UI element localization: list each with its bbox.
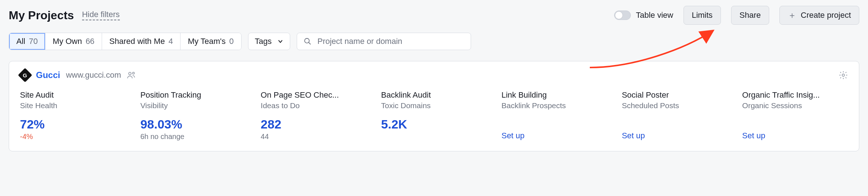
svg-point-3 bbox=[133, 72, 134, 74]
table-view-toggle[interactable] bbox=[614, 11, 631, 20]
tab-label: My Team's bbox=[188, 37, 226, 46]
metric-title: Organic Traffic Insig... bbox=[742, 90, 848, 100]
project-favicon: G bbox=[18, 68, 32, 82]
metric-backlink-audit[interactable]: Backlink Audit Toxic Domains 5.2K bbox=[381, 90, 487, 141]
setup-link[interactable]: Set up bbox=[622, 131, 727, 140]
create-project-label: Create project bbox=[801, 11, 851, 20]
search-icon bbox=[304, 37, 312, 45]
metric-social-poster[interactable]: Social Poster Scheduled Posts Set up bbox=[622, 90, 727, 141]
tab-count: 66 bbox=[86, 37, 94, 46]
metric-delta: 44 bbox=[261, 132, 366, 141]
limits-label: Limits bbox=[692, 11, 713, 20]
metric-organic-traffic[interactable]: Organic Traffic Insig... Organic Session… bbox=[742, 90, 848, 141]
tab-shared-with-me[interactable]: Shared with Me 4 bbox=[102, 33, 181, 50]
tab-label: All bbox=[16, 37, 25, 46]
metric-title: Site Audit bbox=[20, 90, 126, 100]
metric-title: Link Building bbox=[502, 90, 607, 100]
page-title: My Projects bbox=[9, 9, 74, 22]
metric-site-audit[interactable]: Site Audit Site Health 72% -4% bbox=[20, 90, 126, 141]
chevron-down-icon bbox=[277, 38, 283, 44]
search-box[interactable] bbox=[297, 33, 471, 50]
tab-label: Shared with Me bbox=[109, 37, 165, 46]
metric-subtitle: Scheduled Posts bbox=[622, 101, 727, 110]
setup-link[interactable]: Set up bbox=[502, 131, 607, 140]
metric-subtitle: Site Health bbox=[20, 101, 126, 110]
tab-my-teams[interactable]: My Team's 0 bbox=[181, 33, 241, 50]
metric-subtitle: Toxic Domains bbox=[381, 101, 487, 110]
tags-label: Tags bbox=[255, 37, 272, 46]
metric-subtitle: Visibility bbox=[140, 101, 246, 110]
metric-subtitle: Ideas to Do bbox=[261, 101, 366, 110]
plus-icon: ＋ bbox=[788, 11, 796, 20]
metric-title: On Page SEO Chec... bbox=[261, 90, 366, 100]
project-name-link[interactable]: Gucci bbox=[36, 70, 60, 80]
tab-count: 0 bbox=[229, 37, 234, 46]
tab-count: 4 bbox=[169, 37, 173, 46]
tab-count: 70 bbox=[29, 37, 37, 46]
metric-delta: 6h no change bbox=[140, 132, 246, 141]
project-domain: www.gucci.com bbox=[66, 70, 121, 80]
metric-title: Backlink Audit bbox=[381, 90, 487, 100]
limits-button[interactable]: Limits bbox=[684, 6, 721, 25]
metric-value: 98.03% bbox=[140, 118, 246, 130]
search-input[interactable] bbox=[317, 36, 464, 46]
metric-value: 5.2K bbox=[381, 118, 487, 130]
project-card: G Gucci www.gucci.com Site Audit Site He… bbox=[9, 61, 859, 151]
metric-delta: -4% bbox=[20, 132, 126, 141]
svg-point-0 bbox=[305, 38, 309, 43]
metric-title: Social Poster bbox=[622, 90, 727, 100]
share-label: Share bbox=[739, 11, 761, 20]
create-project-button[interactable]: ＋ Create project bbox=[779, 6, 859, 25]
metric-title: Position Tracking bbox=[140, 90, 246, 100]
metric-value: 282 bbox=[261, 118, 366, 130]
gear-icon[interactable] bbox=[839, 70, 848, 80]
hide-filters-link[interactable]: Hide filters bbox=[82, 10, 120, 20]
setup-link[interactable]: Set up bbox=[742, 131, 848, 140]
metric-subtitle: Backlink Prospects bbox=[502, 101, 607, 110]
project-filter-tabs: All 70 My Own 66 Shared with Me 4 My Tea… bbox=[9, 33, 242, 50]
metric-link-building[interactable]: Link Building Backlink Prospects Set up bbox=[502, 90, 607, 141]
svg-line-1 bbox=[309, 42, 311, 45]
tab-my-own[interactable]: My Own 66 bbox=[45, 33, 102, 50]
svg-point-2 bbox=[129, 72, 131, 75]
metric-value: 72% bbox=[20, 118, 126, 130]
metric-subtitle: Organic Sessions bbox=[742, 101, 848, 110]
people-icon bbox=[127, 70, 136, 80]
tab-all[interactable]: All 70 bbox=[9, 33, 45, 50]
table-view-label: Table view bbox=[636, 11, 673, 20]
tags-dropdown[interactable]: Tags bbox=[248, 33, 290, 50]
metric-onpage-seo[interactable]: On Page SEO Chec... Ideas to Do 282 44 bbox=[261, 90, 366, 141]
share-button[interactable]: Share bbox=[731, 6, 769, 25]
metric-position-tracking[interactable]: Position Tracking Visibility 98.03% 6h n… bbox=[140, 90, 246, 141]
svg-point-4 bbox=[842, 74, 845, 77]
tab-label: My Own bbox=[53, 37, 82, 46]
